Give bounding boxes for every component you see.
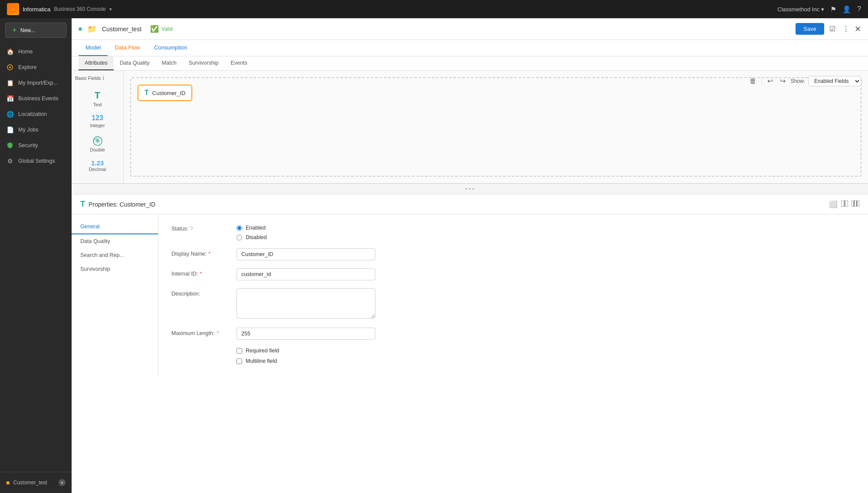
sidebar-item-my-jobs[interactable]: 📄 My Jobs [0, 122, 72, 138]
layout-triple-icon[interactable] [852, 200, 859, 208]
sidebar-item-my-import[interactable]: 📋 My Import/Exp... [0, 75, 72, 91]
sidebar-item-explore[interactable]: Explore [0, 59, 72, 75]
basic-fields-panel: Basic Fields ℹ T Text 123 Integer [72, 71, 124, 183]
customer-id-field-card[interactable]: T Customer_ID [138, 85, 192, 101]
folder-icon: 📁 [87, 24, 97, 34]
flag-icon[interactable]: ⚑ [830, 5, 836, 13]
my-jobs-icon: 📄 [6, 126, 14, 134]
status-disabled-radio[interactable]: Disabled [237, 234, 375, 240]
layout-single-icon[interactable]: ⬜ [829, 200, 838, 208]
sub-tab-match[interactable]: Match [156, 56, 183, 70]
field-type-integer[interactable]: 123 Integer [75, 111, 120, 131]
customer-test-label: Customer_test [13, 480, 47, 486]
redo-button[interactable]: ↪ [778, 75, 787, 87]
org-selector[interactable]: Classmethod Inc ▾ [777, 6, 824, 13]
show-select[interactable]: Enabled Fields All Fields Disabled Field… [809, 76, 861, 86]
props-nav-survivorship[interactable]: Survivorship [72, 262, 158, 276]
enabled-radio-input[interactable] [237, 225, 242, 231]
props-nav-search-and-rep[interactable]: Search and Rep... [72, 248, 158, 262]
max-length-input[interactable] [237, 328, 375, 340]
user-icon[interactable]: 👤 [842, 5, 851, 13]
tab-consumption[interactable]: Consumption [147, 40, 194, 56]
display-name-required: * [208, 251, 210, 257]
tab-model[interactable]: Model [79, 40, 108, 56]
max-length-field [237, 328, 375, 340]
global-header: Informatica Business 360 Console ▾ Class… [0, 0, 868, 18]
header-icons: Classmethod Inc ▾ ⚑ 👤 ? [777, 5, 861, 13]
main-tabs: Model Data Flow Consumption [72, 40, 868, 56]
logo-area: Informatica Business 360 Console ▾ [7, 3, 112, 15]
delete-button[interactable]: 🗑 [748, 76, 758, 87]
customer-test-close-icon[interactable]: × [59, 479, 66, 486]
props-nav-data-quality[interactable]: Data Quality [72, 234, 158, 248]
more-options-icon[interactable]: ⋮ [841, 23, 851, 35]
valid-text: Valid [161, 26, 173, 32]
svg-rect-11 [855, 200, 857, 207]
layout-split-icon[interactable] [841, 200, 848, 208]
sub-tab-data-quality[interactable]: Data Quality [114, 56, 156, 70]
props-body: General Data Quality Search and Rep... S… [72, 214, 868, 377]
sidebar-item-global-settings[interactable]: ⚙ Global Settings [0, 153, 72, 169]
fields-section: 🗑 ↩ ↪ Show: Enabled Fields All Fields Di… [72, 71, 868, 184]
internal-id-input[interactable] [237, 268, 375, 280]
status-help-icon[interactable]: ? [190, 226, 193, 232]
tab-data-flow[interactable]: Data Flow [108, 40, 147, 56]
sub-tab-survivorship[interactable]: Survivorship [183, 56, 225, 70]
multiline-field-checkbox[interactable]: Multiline field [237, 358, 855, 364]
disabled-radio-input[interactable] [237, 235, 242, 240]
props-nav-sidebar: General Data Quality Search and Rep... S… [72, 214, 158, 377]
props-title: Properties: Customer_ID [89, 201, 155, 208]
sidebar-item-home[interactable]: 🏠 Home [0, 44, 72, 59]
new-button[interactable]: ＋ New... [5, 23, 66, 38]
description-textarea[interactable] [237, 288, 375, 319]
sidebar-item-business-events[interactable]: 📅 Business Events [0, 91, 72, 106]
sidebar-label-localization: Localization [18, 111, 47, 117]
sub-tab-events[interactable]: Events [224, 56, 253, 70]
props-nav-general[interactable]: General [72, 220, 158, 234]
content-area: 🗑 ↩ ↪ Show: Enabled Fields All Fields Di… [72, 71, 868, 493]
field-type-decimal[interactable]: 1.23 Decimal [75, 156, 120, 175]
double-type-icon: 100 [92, 135, 104, 147]
import-icon: 📋 [6, 79, 14, 87]
home-icon: 🏠 [6, 48, 14, 56]
sidebar-label-explore: Explore [18, 64, 36, 70]
display-name-input[interactable] [237, 248, 375, 260]
help-icon[interactable]: ? [857, 5, 861, 13]
svg-rect-10 [852, 200, 854, 207]
max-length-help-icon[interactable]: ? [216, 330, 219, 336]
form-row-display-name: Display Name: * [171, 248, 855, 260]
sidebar-customer-test-item[interactable]: ■ Customer_test × [0, 476, 72, 490]
field-type-text[interactable]: T Text [75, 86, 120, 111]
display-name-label: Display Name: * [171, 248, 237, 257]
checklist-icon[interactable]: ☑ [828, 23, 837, 35]
integer-type-label: Integer [90, 123, 105, 128]
svg-point-7 [97, 140, 99, 142]
canvas-dropzone: T Customer_ID [130, 77, 861, 177]
svg-rect-8 [841, 200, 844, 207]
app-title: Informatica [23, 6, 50, 13]
explore-icon [6, 63, 14, 71]
undo-button[interactable]: ↩ [766, 75, 775, 87]
multiline-field-checkbox-input[interactable] [237, 358, 242, 364]
business-events-icon: 📅 [6, 95, 14, 102]
resize-handle[interactable]: • • • [72, 184, 868, 194]
status-label: Status: ? [171, 223, 237, 232]
sidebar-item-security[interactable]: Security [0, 138, 72, 153]
global-settings-icon: ⚙ [6, 157, 14, 165]
sidebar-item-localization[interactable]: 🌐 Localization [0, 106, 72, 122]
field-type-double[interactable]: 100 Double [75, 131, 120, 156]
save-button[interactable]: Save [796, 23, 824, 35]
sub-tab-attributes[interactable]: Attributes [79, 56, 114, 70]
basic-fields-help-icon[interactable]: ℹ [102, 75, 105, 81]
canvas-area[interactable]: T Customer_ID [124, 71, 868, 183]
svg-rect-12 [857, 200, 859, 207]
topbar: 📁 Customer_test ✅ Valid Save ☑ ⋮ ✕ [72, 18, 868, 40]
required-field-checkbox[interactable]: Required field [237, 348, 855, 354]
status-enabled-radio[interactable]: Enabled [237, 225, 375, 231]
props-form: Status: ? Enabled [158, 214, 868, 377]
status-radio-group: Enabled Disabled [237, 223, 375, 240]
close-button[interactable]: ✕ [855, 24, 861, 34]
topbar-actions: Save ☑ ⋮ ✕ [796, 23, 861, 35]
required-field-checkbox-input[interactable] [237, 348, 242, 354]
chevron-down-icon[interactable]: ▾ [109, 7, 112, 12]
